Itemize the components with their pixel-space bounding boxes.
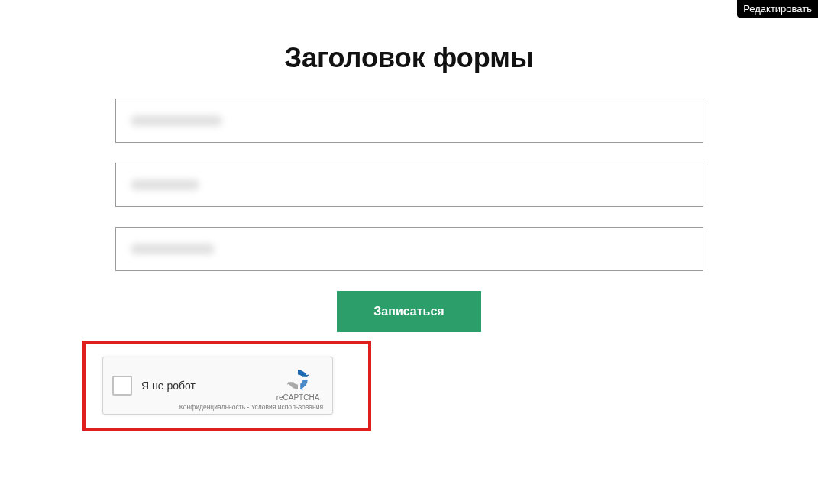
recaptcha-label: Я не робот [141,380,273,392]
recaptcha-widget: Я не робот reCAPTCHA Конфиденциальность … [102,357,333,415]
recaptcha-brand: reCAPTCHA [276,393,320,402]
recaptcha-checkbox[interactable] [112,376,132,396]
edit-button[interactable]: Редактировать [737,0,818,18]
captcha-highlight-box: Я не робот reCAPTCHA Конфиденциальность … [82,341,371,431]
form-title: Заголовок формы [115,42,703,74]
submit-button[interactable]: Записаться [337,291,480,332]
input-wrapper-2 [115,163,703,207]
recaptcha-logo-area: reCAPTCHA [273,367,323,402]
form-input-2[interactable] [115,163,703,207]
input-wrapper-3 [115,227,703,271]
placeholder-blur [131,115,222,126]
recaptcha-terms-link[interactable]: Условия использования [251,403,323,411]
recaptcha-footer: Конфиденциальность - Условия использован… [179,403,323,411]
input-wrapper-1 [115,99,703,143]
placeholder-blur [131,244,215,254]
placeholder-blur [131,179,199,190]
recaptcha-icon [286,367,310,392]
form-container: Заголовок формы Записаться [115,0,703,332]
recaptcha-privacy-link[interactable]: Конфиденциальность [179,403,245,411]
separator: - [245,403,251,411]
